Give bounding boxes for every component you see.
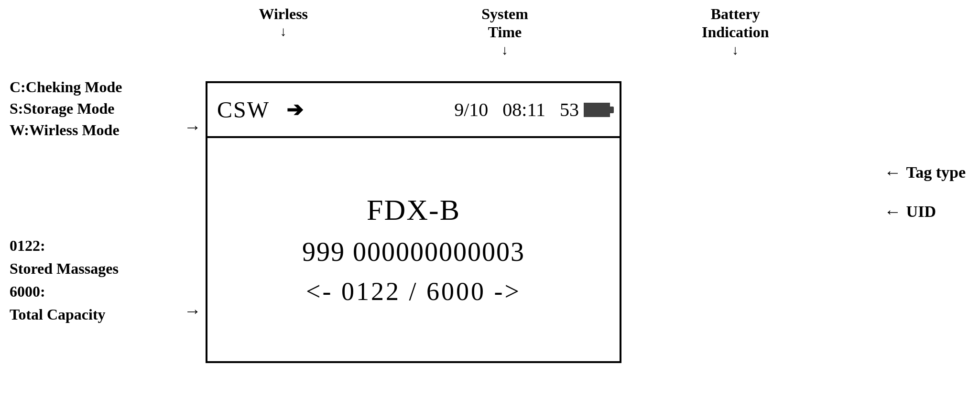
top-annotations: Wirless ↓ System Time ↓ Battery Indicati… <box>191 5 837 57</box>
main-display: CSW ➔ 9/10 08:11 53 FDX-B 999 0000000000… <box>206 81 621 363</box>
battery-indication-label: Battery Indication <box>702 5 769 42</box>
battery-container: 53 <box>560 98 610 121</box>
wireless-annotation: Wirless ↓ <box>259 5 308 38</box>
tag-type-value: FDX-B <box>367 193 460 227</box>
stored-0122-label: 0122: <box>10 234 119 257</box>
total-capacity-label: Total Capacity <box>10 303 119 326</box>
page-container: Wirless ↓ System Time ↓ Battery Indicati… <box>0 0 980 397</box>
uid-right-item: ← UID <box>884 202 966 222</box>
battery-annotation: Battery Indication ↓ <box>702 5 769 57</box>
tag-type-arrow: ← <box>884 162 902 182</box>
mode-display-text: CSW <box>217 97 270 123</box>
storage-mode-label: S:Storage Mode <box>10 98 122 119</box>
wireless-down-arrow: ↓ <box>280 25 287 38</box>
battery-percent: 53 <box>560 98 579 121</box>
mode-arrow: → <box>184 117 201 137</box>
stored-massages-label: Stored Massages <box>10 257 119 280</box>
stored-6000-label: 6000: <box>10 280 119 303</box>
left-stored-labels: 0122: Stored Massages 6000: Total Capaci… <box>10 234 119 326</box>
uid-value: 999 000000000003 <box>302 236 525 267</box>
wireless-mode-label: W:Wirless Mode <box>10 119 122 141</box>
battery-icon <box>584 103 610 117</box>
system-time-label: System Time <box>481 5 528 42</box>
page-indicator: 9/10 <box>454 98 488 121</box>
system-time-down-arrow: ↓ <box>501 43 508 57</box>
right-labels: ← Tag type ← UID <box>884 162 966 222</box>
left-mode-labels: C:Cheking Mode S:Storage Mode W:Wirless … <box>10 76 122 140</box>
main-content-area: FDX-B 999 000000000003 <- 0122 / 6000 -> <box>207 138 620 361</box>
stored-arrow: → <box>184 301 201 321</box>
wireless-label: Wirless <box>259 5 308 23</box>
status-arrow-icon: ➔ <box>286 98 303 121</box>
uid-arrow: ← <box>884 202 902 222</box>
navigation-value: <- 0122 / 6000 -> <box>306 277 521 306</box>
status-bar: CSW ➔ 9/10 08:11 53 <box>207 83 620 138</box>
checking-mode-label: C:Cheking Mode <box>10 76 122 98</box>
uid-right-label: UID <box>906 203 936 221</box>
system-time-annotation: System Time ↓ <box>481 5 528 57</box>
tag-type-right-label: Tag type <box>906 163 966 182</box>
tag-type-right-item: ← Tag type <box>884 162 966 182</box>
battery-down-arrow: ↓ <box>732 43 739 57</box>
time-display: 08:11 <box>502 98 545 121</box>
